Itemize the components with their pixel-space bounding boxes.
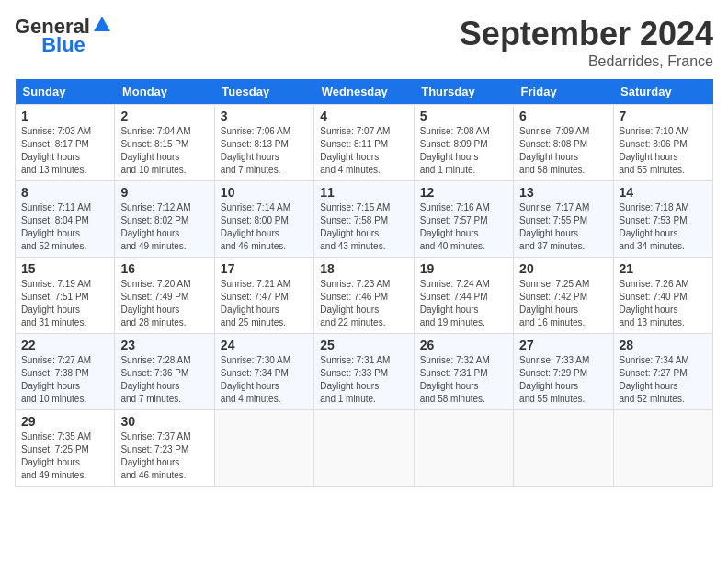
- page-header: General Blue September 2024 Bedarrides, …: [15, 15, 713, 70]
- day-number: 25: [320, 338, 407, 352]
- day-info: Sunrise: 7:30 AMSunset: 7:34 PMDaylight …: [221, 355, 290, 404]
- day-number: 18: [320, 261, 407, 276]
- location: Bedarrides, France: [460, 53, 713, 70]
- logo-icon: [92, 15, 112, 35]
- day-info: Sunrise: 7:03 AMSunset: 8:17 PMDaylight …: [21, 126, 91, 175]
- day-info: Sunrise: 7:37 AMSunset: 7:23 PMDaylight …: [120, 431, 190, 480]
- day-number: 27: [519, 338, 607, 352]
- day-number: 4: [320, 109, 407, 123]
- day-info: Sunrise: 7:33 AMSunset: 7:29 PMDaylight …: [519, 355, 589, 404]
- day-number: 29: [21, 414, 108, 429]
- table-row: 25Sunrise: 7:31 AMSunset: 7:33 PMDayligh…: [314, 334, 414, 410]
- day-info: Sunrise: 7:28 AMSunset: 7:36 PMDaylight …: [120, 355, 190, 404]
- day-info: Sunrise: 7:16 AMSunset: 7:57 PMDaylight …: [420, 202, 490, 251]
- day-info: Sunrise: 7:19 AMSunset: 7:51 PMDaylight …: [21, 279, 91, 327]
- col-friday: Friday: [514, 79, 613, 105]
- day-info: Sunrise: 7:23 AMSunset: 7:46 PMDaylight …: [320, 279, 390, 327]
- table-row: 22Sunrise: 7:27 AMSunset: 7:38 PMDayligh…: [16, 334, 115, 410]
- table-row: 8Sunrise: 7:11 AMSunset: 8:04 PMDaylight…: [16, 181, 115, 258]
- table-row: 12Sunrise: 7:16 AMSunset: 7:57 PMDayligh…: [414, 181, 513, 258]
- day-info: Sunrise: 7:21 AMSunset: 7:47 PMDaylight …: [221, 279, 290, 327]
- calendar-table: Sunday Monday Tuesday Wednesday Thursday…: [15, 79, 713, 487]
- table-row: 11Sunrise: 7:15 AMSunset: 7:58 PMDayligh…: [314, 181, 414, 258]
- day-info: Sunrise: 7:11 AMSunset: 8:04 PMDaylight …: [21, 202, 91, 251]
- calendar-week-3: 15Sunrise: 7:19 AMSunset: 7:51 PMDayligh…: [16, 258, 713, 334]
- day-number: 22: [21, 338, 108, 352]
- day-info: Sunrise: 7:15 AMSunset: 7:58 PMDaylight …: [320, 202, 390, 251]
- table-row: 13Sunrise: 7:17 AMSunset: 7:55 PMDayligh…: [514, 181, 613, 258]
- table-row: 19Sunrise: 7:24 AMSunset: 7:44 PMDayligh…: [414, 258, 513, 334]
- table-row: [314, 410, 414, 487]
- day-number: 14: [620, 185, 707, 200]
- day-number: 7: [620, 109, 707, 123]
- table-row: 9Sunrise: 7:12 AMSunset: 8:02 PMDaylight…: [115, 181, 214, 258]
- day-info: Sunrise: 7:25 AMSunset: 7:42 PMDaylight …: [519, 279, 589, 327]
- day-info: Sunrise: 7:04 AMSunset: 8:15 PMDaylight …: [120, 126, 190, 175]
- day-info: Sunrise: 7:18 AMSunset: 7:53 PMDaylight …: [620, 202, 689, 251]
- day-number: 20: [519, 261, 607, 276]
- day-info: Sunrise: 7:31 AMSunset: 7:33 PMDaylight …: [320, 355, 390, 404]
- table-row: 2Sunrise: 7:04 AMSunset: 8:15 PMDaylight…: [115, 105, 214, 181]
- day-number: 19: [420, 261, 507, 276]
- table-row: 14Sunrise: 7:18 AMSunset: 7:53 PMDayligh…: [613, 181, 712, 258]
- day-number: 12: [420, 185, 507, 200]
- day-info: Sunrise: 7:35 AMSunset: 7:25 PMDaylight …: [21, 431, 91, 480]
- day-number: 30: [120, 414, 208, 429]
- day-number: 6: [519, 109, 607, 123]
- table-row: [613, 410, 712, 487]
- day-info: Sunrise: 7:07 AMSunset: 8:11 PMDaylight …: [320, 126, 390, 175]
- day-info: Sunrise: 7:32 AMSunset: 7:31 PMDaylight …: [420, 355, 490, 404]
- day-info: Sunrise: 7:17 AMSunset: 7:55 PMDaylight …: [519, 202, 589, 251]
- calendar-week-5: 29Sunrise: 7:35 AMSunset: 7:25 PMDayligh…: [16, 410, 713, 487]
- table-row: 28Sunrise: 7:34 AMSunset: 7:27 PMDayligh…: [613, 334, 712, 410]
- table-row: 4Sunrise: 7:07 AMSunset: 8:11 PMDaylight…: [314, 105, 414, 181]
- day-number: 17: [221, 261, 308, 276]
- col-monday: Monday: [115, 79, 214, 105]
- day-number: 11: [320, 185, 407, 200]
- logo-blue: Blue: [41, 33, 85, 57]
- table-row: 26Sunrise: 7:32 AMSunset: 7:31 PMDayligh…: [414, 334, 513, 410]
- table-row: 29Sunrise: 7:35 AMSunset: 7:25 PMDayligh…: [16, 410, 115, 487]
- table-row: 6Sunrise: 7:09 AMSunset: 8:08 PMDaylight…: [514, 105, 613, 181]
- col-thursday: Thursday: [414, 79, 513, 105]
- table-row: 16Sunrise: 7:20 AMSunset: 7:49 PMDayligh…: [115, 258, 214, 334]
- day-number: 26: [420, 338, 507, 352]
- table-row: 27Sunrise: 7:33 AMSunset: 7:29 PMDayligh…: [514, 334, 613, 410]
- day-info: Sunrise: 7:06 AMSunset: 8:13 PMDaylight …: [221, 126, 290, 175]
- day-info: Sunrise: 7:14 AMSunset: 8:00 PMDaylight …: [221, 202, 290, 251]
- col-sunday: Sunday: [16, 79, 115, 105]
- table-row: [514, 410, 613, 487]
- header-row: Sunday Monday Tuesday Wednesday Thursday…: [16, 79, 713, 105]
- day-number: 3: [221, 109, 308, 123]
- table-row: 21Sunrise: 7:26 AMSunset: 7:40 PMDayligh…: [613, 258, 712, 334]
- day-number: 1: [21, 109, 108, 123]
- day-number: 5: [420, 109, 507, 123]
- col-tuesday: Tuesday: [214, 79, 313, 105]
- col-saturday: Saturday: [613, 79, 712, 105]
- day-number: 8: [21, 185, 108, 200]
- day-number: 13: [519, 185, 607, 200]
- day-number: 16: [120, 261, 208, 276]
- day-number: 21: [620, 261, 707, 276]
- title-section: September 2024 Bedarrides, France: [460, 15, 713, 70]
- table-row: 3Sunrise: 7:06 AMSunset: 8:13 PMDaylight…: [214, 105, 313, 181]
- table-row: 15Sunrise: 7:19 AMSunset: 7:51 PMDayligh…: [16, 258, 115, 334]
- table-row: [414, 410, 513, 487]
- day-info: Sunrise: 7:24 AMSunset: 7:44 PMDaylight …: [420, 279, 490, 327]
- day-number: 15: [21, 261, 108, 276]
- table-row: [214, 410, 313, 487]
- day-info: Sunrise: 7:34 AMSunset: 7:27 PMDaylight …: [620, 355, 689, 404]
- day-number: 28: [620, 338, 707, 352]
- table-row: 1Sunrise: 7:03 AMSunset: 8:17 PMDaylight…: [16, 105, 115, 181]
- table-row: 7Sunrise: 7:10 AMSunset: 8:06 PMDaylight…: [613, 105, 712, 181]
- calendar-week-4: 22Sunrise: 7:27 AMSunset: 7:38 PMDayligh…: [16, 334, 713, 410]
- col-wednesday: Wednesday: [314, 79, 414, 105]
- day-number: 24: [221, 338, 308, 352]
- svg-marker-0: [94, 17, 110, 31]
- day-number: 2: [120, 109, 208, 123]
- table-row: 30Sunrise: 7:37 AMSunset: 7:23 PMDayligh…: [115, 410, 214, 487]
- calendar-week-2: 8Sunrise: 7:11 AMSunset: 8:04 PMDaylight…: [16, 181, 713, 258]
- table-row: 20Sunrise: 7:25 AMSunset: 7:42 PMDayligh…: [514, 258, 613, 334]
- day-info: Sunrise: 7:09 AMSunset: 8:08 PMDaylight …: [519, 126, 589, 175]
- month-title: September 2024: [460, 15, 713, 53]
